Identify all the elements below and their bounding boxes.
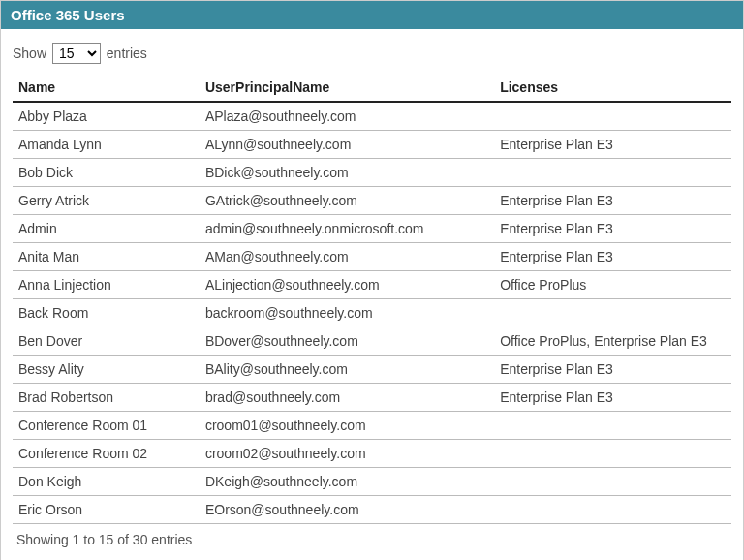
cell-upn: EOrson@southneely.com <box>200 496 494 524</box>
cell-licenses: Enterprise Plan E3 <box>494 131 731 159</box>
col-header-licenses[interactable]: Licenses <box>494 74 731 102</box>
cell-upn: brad@southneely.com <box>200 384 494 412</box>
cell-name: Eric Orson <box>13 496 200 524</box>
cell-upn: DKeigh@southneely.com <box>200 468 494 496</box>
cell-licenses: Enterprise Plan E3 <box>494 187 731 215</box>
cell-upn: croom01@southneely.com <box>200 412 494 440</box>
cell-upn: ALinjection@southneely.com <box>200 271 494 299</box>
users-table: Name UserPrincipalName Licenses Abby Pla… <box>13 74 731 524</box>
table-row[interactable]: Abby PlazaAPlaza@southneely.com <box>13 102 731 131</box>
cell-licenses <box>494 412 731 440</box>
table-row[interactable]: Conference Room 02croom02@southneely.com <box>13 440 731 468</box>
cell-name: Gerry Atrick <box>13 187 200 215</box>
cell-upn: ALynn@southneely.com <box>200 131 494 159</box>
cell-upn: BAlity@southneely.com <box>200 356 494 384</box>
table-row[interactable]: Don KeighDKeigh@southneely.com <box>13 468 731 496</box>
cell-name: Conference Room 02 <box>13 440 200 468</box>
cell-licenses <box>494 496 731 524</box>
table-header-row: Name UserPrincipalName Licenses <box>13 74 731 102</box>
cell-upn: admin@southneely.onmicrosoft.com <box>200 215 494 243</box>
cell-name: Brad Robertson <box>13 384 200 412</box>
table-row[interactable]: Brad Robertsonbrad@southneely.comEnterpr… <box>13 384 731 412</box>
table-info: Showing 1 to 15 of 30 entries <box>13 524 731 553</box>
cell-licenses <box>494 159 731 187</box>
table-row[interactable]: Amanda LynnALynn@southneely.comEnterpris… <box>13 131 731 159</box>
cell-name: Bob Dick <box>13 159 200 187</box>
length-prefix: Show <box>13 46 46 61</box>
cell-upn: BDick@southneely.com <box>200 159 494 187</box>
cell-licenses: Enterprise Plan E3 <box>494 215 731 243</box>
cell-name: Amanda Lynn <box>13 131 200 159</box>
table-row[interactable]: Bessy AlityBAlity@southneely.comEnterpri… <box>13 356 731 384</box>
table-row[interactable]: Anita ManAMan@southneely.comEnterprise P… <box>13 243 731 271</box>
cell-name: Anna Linjection <box>13 271 200 299</box>
table-row[interactable]: Back Roombackroom@southneely.com <box>13 299 731 327</box>
page-length-select[interactable]: 10152550100 <box>52 43 101 64</box>
table-row[interactable]: Conference Room 01croom01@southneely.com <box>13 412 731 440</box>
table-row[interactable]: Eric OrsonEOrson@southneely.com <box>13 496 731 524</box>
cell-upn: backroom@southneely.com <box>200 299 494 327</box>
col-header-name[interactable]: Name <box>13 74 200 102</box>
cell-licenses <box>494 468 731 496</box>
cell-licenses: Enterprise Plan E3 <box>494 356 731 384</box>
table-row[interactable]: Gerry AtrickGAtrick@southneely.comEnterp… <box>13 187 731 215</box>
cell-licenses <box>494 299 731 327</box>
cell-name: Back Room <box>13 299 200 327</box>
cell-licenses <box>494 440 731 468</box>
col-header-upn[interactable]: UserPrincipalName <box>200 74 494 102</box>
cell-upn: croom02@southneely.com <box>200 440 494 468</box>
page-length-control: Show 10152550100 entries <box>13 43 731 64</box>
cell-name: Ben Dover <box>13 327 200 356</box>
cell-licenses <box>494 102 731 131</box>
cell-upn: GAtrick@southneely.com <box>200 187 494 215</box>
cell-name: Anita Man <box>13 243 200 271</box>
table-row[interactable]: Adminadmin@southneely.onmicrosoft.comEnt… <box>13 215 731 243</box>
cell-licenses: Enterprise Plan E3 <box>494 243 731 271</box>
panel-title: Office 365 Users <box>1 1 743 29</box>
cell-name: Abby Plaza <box>13 102 200 131</box>
table-row[interactable]: Ben DoverBDover@southneely.comOffice Pro… <box>13 327 731 356</box>
cell-name: Bessy Ality <box>13 356 200 384</box>
cell-upn: APlaza@southneely.com <box>200 102 494 131</box>
table-row[interactable]: Bob DickBDick@southneely.com <box>13 159 731 187</box>
length-suffix: entries <box>107 46 147 61</box>
cell-licenses: Office ProPlus, Enterprise Plan E3 <box>494 327 731 356</box>
cell-licenses: Enterprise Plan E3 <box>494 384 731 412</box>
cell-name: Admin <box>13 215 200 243</box>
cell-licenses: Office ProPlus <box>494 271 731 299</box>
table-row[interactable]: Anna LinjectionALinjection@southneely.co… <box>13 271 731 299</box>
cell-name: Conference Room 01 <box>13 412 200 440</box>
cell-name: Don Keigh <box>13 468 200 496</box>
cell-upn: BDover@southneely.com <box>200 327 494 356</box>
cell-upn: AMan@southneely.com <box>200 243 494 271</box>
users-panel: Office 365 Users Show 10152550100 entrie… <box>0 0 744 560</box>
panel-body: Show 10152550100 entries Name UserPrinci… <box>1 29 743 560</box>
